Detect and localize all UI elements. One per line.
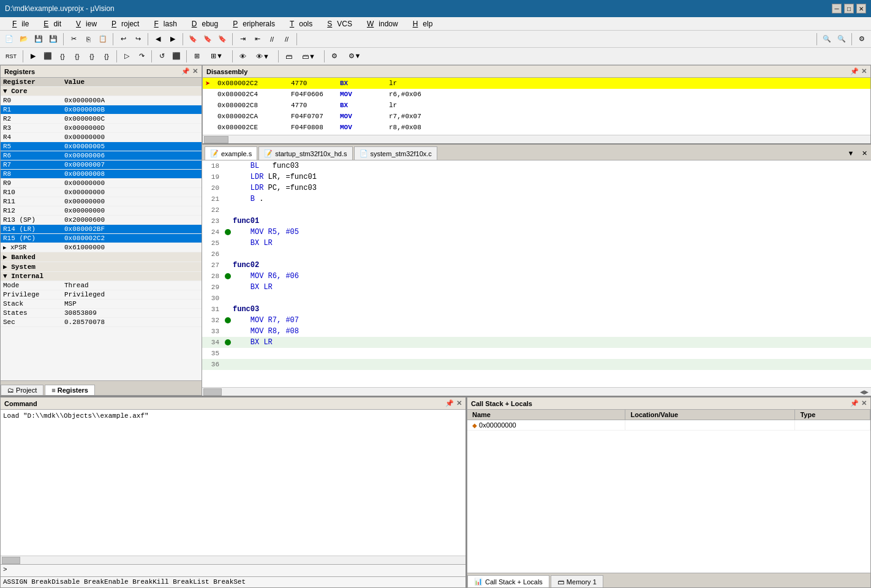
registers-close-icon[interactable]: ✕ [192, 67, 198, 75]
watch-btn[interactable]: 👁 [236, 50, 249, 63]
maximize-button[interactable]: □ [844, 4, 854, 13]
uncomment-btn[interactable]: // [280, 32, 293, 46]
code-line-35[interactable]: 35 [202, 348, 871, 359]
disasm-close-icon[interactable]: ✕ [861, 67, 867, 75]
rst-btn[interactable]: RST [2, 50, 20, 63]
code-line-34[interactable]: 34 BX LR [202, 337, 871, 348]
step-over-btn[interactable]: ↷ [135, 50, 148, 63]
menu-peripherals[interactable]: Peripherals [223, 18, 280, 29]
tools-btn2[interactable]: ⚙ [328, 50, 341, 63]
code-line-30[interactable]: 30 [202, 293, 871, 304]
reg-row-r4[interactable]: R4 0x00000000 [1, 133, 202, 142]
disasm-row-2[interactable]: 0x080002C8 4770 BX lr [203, 100, 870, 111]
menu-view[interactable]: View [66, 18, 102, 29]
disasm-row-1[interactable]: 0x080002C4 F04F0606 MOV r6,#0x06 [203, 89, 870, 100]
code-line-18[interactable]: 18 BL func03 [202, 160, 871, 172]
comment-btn[interactable]: // [265, 32, 279, 46]
code-line-23[interactable]: 23 func01 [202, 216, 871, 227]
tab-callstack[interactable]: 📊 Call Stack + Locals [467, 575, 549, 587]
menu-help[interactable]: Help [403, 18, 438, 29]
reg-row-r9[interactable]: R9 0x00000000 [1, 179, 202, 188]
reg-row-stack[interactable]: Stack MSP [1, 300, 202, 309]
stop-btn[interactable]: ⬛ [170, 50, 183, 63]
callstack-pin-icon[interactable]: 📌 [850, 399, 859, 407]
menu-svcs[interactable]: SVCS [317, 18, 357, 29]
reset2-btn[interactable]: ↺ [155, 50, 168, 63]
tab-startup-s[interactable]: 📝 startup_stm32f10x_hd.s [258, 146, 352, 160]
reg-row-xpsr[interactable]: ▶ xPSR 0x61000000 [1, 243, 202, 252]
mem2-btn[interactable]: 🗃▼ [296, 50, 321, 63]
debug-btn5[interactable]: {} [85, 50, 99, 63]
code-line-27[interactable]: 27 func02 [202, 260, 871, 271]
line-bp-34[interactable] [223, 339, 233, 345]
bookmark3-btn[interactable]: 🔖 [216, 32, 229, 46]
code-line-36[interactable]: 36 [202, 359, 871, 370]
disasm-row-4[interactable]: 0x080002CE F04F0808 MOV r8,#0x08 [203, 122, 870, 133]
reg-row-mode[interactable]: Mode Thread [1, 281, 202, 290]
nav-fwd-button[interactable]: ▶ [166, 32, 179, 46]
reg-row-r3[interactable]: R3 0x0000000D [1, 124, 202, 133]
command-pin-icon[interactable]: 📌 [445, 399, 454, 407]
reg-row-r11[interactable]: R11 0x00000000 [1, 197, 202, 206]
code-line-32[interactable]: 32 MOV R7, #07 [202, 315, 871, 326]
nav-back-button[interactable]: ◀ [151, 32, 165, 46]
reg-row-r15[interactable]: R15 (PC) 0x080002C2 [1, 234, 202, 243]
line-bp-24[interactable] [223, 229, 233, 235]
code-line-33[interactable]: 33 MOV R8, #08 [202, 326, 871, 337]
new-file-button[interactable]: 📄 [2, 32, 16, 46]
reg-row-r0[interactable]: R0 0x0000000A [1, 96, 202, 105]
menu-file[interactable]: File [2, 18, 34, 29]
undo-button[interactable]: ↩ [116, 32, 130, 46]
code-line-20[interactable]: 20 LDR PC, =func03 [202, 183, 871, 194]
reg-row-r6[interactable]: R6 0x00000006 [1, 151, 202, 160]
cut-button[interactable]: ✂ [67, 32, 80, 46]
reg-row-r5[interactable]: R5 0x00000005 [1, 142, 202, 151]
debug-btn1[interactable]: ▶ [26, 50, 40, 63]
close-button[interactable]: ✕ [856, 4, 866, 13]
code-line-19[interactable]: 19 LDR LR, =func01 [202, 172, 871, 183]
code-line-22[interactable]: 22 [202, 205, 871, 216]
mem-btn[interactable]: 🗃 [282, 50, 295, 63]
paste-button[interactable]: 📋 [96, 32, 110, 46]
line-bp-28[interactable] [223, 273, 233, 279]
reg-row-r12[interactable]: R12 0x00000000 [1, 206, 202, 216]
debug-btn2[interactable]: ⬛ [41, 50, 55, 63]
registers-pin-icon[interactable]: 📌 [181, 67, 190, 75]
search-btn[interactable]: 🔍 [820, 32, 834, 46]
open-button[interactable]: 📂 [17, 32, 31, 46]
cs-row-0[interactable]: ◆ 0x00000000 [467, 420, 870, 431]
reg-row-sec[interactable]: Sec 0.28570078 [1, 318, 202, 327]
code-line-26[interactable]: 26 [202, 249, 871, 260]
command-close-icon[interactable]: ✕ [456, 399, 462, 407]
save-all-button[interactable]: 💾 [47, 32, 60, 46]
tab-close-btn[interactable]: ✕ [858, 146, 871, 160]
menu-window[interactable]: Window [357, 18, 403, 29]
debug-btn4[interactable]: {} [70, 50, 84, 63]
tab-example-s[interactable]: 📝 example.s [205, 146, 257, 160]
disasm-row-3[interactable]: 0x080002CA F04F0707 MOV r7,#0x07 [203, 111, 870, 122]
indent-btn[interactable]: ⇥ [236, 32, 249, 46]
code-line-29[interactable]: 29 BX LR [202, 282, 871, 293]
tools2-btn2[interactable]: ⚙▼ [342, 50, 367, 63]
reg-row-r14[interactable]: R14 (LR) 0x080002BF [1, 225, 202, 234]
watch2-btn[interactable]: 👁▼ [251, 50, 275, 63]
view-btn2[interactable]: ⊞▼ [205, 50, 229, 63]
view-btn1[interactable]: ⊞ [190, 50, 203, 63]
tab-dropdown-btn[interactable]: ▼ [844, 146, 858, 160]
debug-btn3[interactable]: {} [56, 50, 69, 63]
reg-row-states[interactable]: States 30853809 [1, 309, 202, 318]
reg-row-r13[interactable]: R13 (SP) 0x20000600 [1, 216, 202, 225]
tab-project[interactable]: 🗂 Project [1, 385, 43, 395]
save-button[interactable]: 💾 [32, 32, 45, 46]
tab-system-c[interactable]: 📄 system_stm32f10x.c [354, 146, 437, 160]
menu-flash[interactable]: Flash [144, 18, 181, 29]
redo-button[interactable]: ↪ [131, 32, 145, 46]
bookmark2-btn[interactable]: 🔖 [201, 32, 214, 46]
line-bp-32[interactable] [223, 317, 233, 323]
code-line-21[interactable]: 21 B . [202, 194, 871, 205]
reg-row-r2[interactable]: R2 0x0000000C [1, 115, 202, 124]
code-line-25[interactable]: 25 BX LR [202, 238, 871, 249]
code-hscroll[interactable]: ◀▶ [202, 387, 871, 396]
code-line-28[interactable]: 28 MOV R6, #06 [202, 271, 871, 282]
disasm-hscroll[interactable] [203, 135, 870, 143]
